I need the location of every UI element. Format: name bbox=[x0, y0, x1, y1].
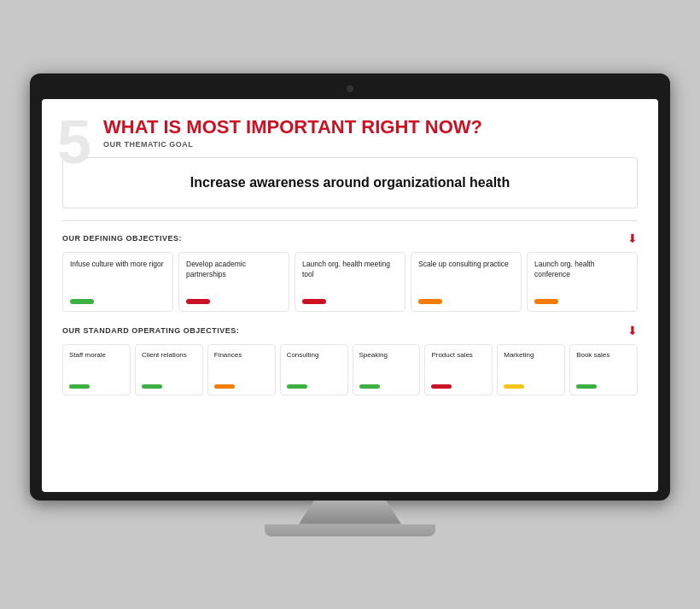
standard-cards-row: Staff morale Client relations Finances C… bbox=[62, 344, 638, 395]
card-indicator-small bbox=[359, 384, 380, 389]
standard-objectives-section: OUR STANDARD OPERATING OBJECTIVES: ⬇ Sta… bbox=[62, 324, 638, 395]
standard-objectives-header: OUR STANDARD OPERATING OBJECTIVES: ⬇ bbox=[62, 324, 638, 337]
defining-card: Launch org. health meeting tool bbox=[295, 252, 405, 312]
card-indicator bbox=[534, 299, 558, 304]
defining-objectives-title: OUR DEFINING OBJECTIVES: bbox=[62, 234, 182, 243]
card-indicator bbox=[302, 299, 326, 304]
standard-card: Book sales bbox=[569, 344, 638, 395]
monitor-camera bbox=[347, 85, 353, 92]
divider bbox=[62, 220, 638, 221]
slide-header: WHAT IS MOST IMPORTANT RIGHT NOW? OUR TH… bbox=[62, 116, 638, 149]
thematic-goal-box: Increase awareness around organizational… bbox=[62, 157, 638, 208]
slide-title: WHAT IS MOST IMPORTANT RIGHT NOW? bbox=[103, 116, 638, 138]
card-small-text: Marketing bbox=[504, 351, 558, 379]
card-indicator-small bbox=[287, 384, 307, 389]
card-small-text: Book sales bbox=[576, 351, 631, 379]
monitor-base bbox=[265, 524, 435, 536]
standard-card: Client relations bbox=[135, 344, 203, 395]
monitor-wrapper: 5 WHAT IS MOST IMPORTANT RIGHT NOW? OUR … bbox=[30, 73, 670, 536]
defining-card: Scale up consulting practice bbox=[411, 252, 522, 312]
defining-card: Develop academic partnerships bbox=[178, 252, 289, 312]
standard-objectives-title: OUR STANDARD OPERATING OBJECTIVES: bbox=[62, 326, 239, 335]
card-indicator bbox=[70, 299, 94, 304]
monitor-body: 5 WHAT IS MOST IMPORTANT RIGHT NOW? OUR … bbox=[30, 73, 670, 501]
thematic-goal-label: OUR THEMATIC GOAL bbox=[103, 140, 638, 149]
defining-objectives-header: OUR DEFINING OBJECTIVES: ⬇ bbox=[62, 231, 638, 245]
card-indicator-small bbox=[504, 384, 524, 389]
standard-card: Finances bbox=[207, 344, 276, 395]
card-indicator bbox=[418, 299, 442, 304]
card-indicator-small bbox=[214, 384, 235, 389]
card-small-text: Product sales bbox=[431, 351, 486, 379]
card-text: Launch org. health conference bbox=[534, 260, 630, 292]
defining-card: Launch org. health conference bbox=[527, 252, 638, 312]
download-icon-standard[interactable]: ⬇ bbox=[627, 324, 638, 337]
standard-card: Speaking bbox=[353, 344, 421, 395]
card-text: Infuse culture with more rigor bbox=[70, 260, 166, 292]
card-indicator-small bbox=[69, 384, 90, 389]
standard-card: Staff morale bbox=[62, 344, 131, 395]
download-icon-defining[interactable]: ⬇ bbox=[627, 231, 638, 245]
defining-cards-row: Infuse culture with more rigor Develop a… bbox=[62, 252, 638, 312]
card-small-text: Consulting bbox=[287, 351, 341, 379]
card-text: Develop academic partnerships bbox=[186, 260, 282, 292]
card-indicator-small bbox=[142, 384, 162, 389]
monitor-screen: 5 WHAT IS MOST IMPORTANT RIGHT NOW? OUR … bbox=[42, 99, 658, 492]
thematic-goal-text: Increase awareness around organizational… bbox=[80, 173, 620, 192]
defining-card: Infuse culture with more rigor bbox=[62, 252, 173, 312]
standard-card: Consulting bbox=[280, 344, 348, 395]
card-small-text: Staff morale bbox=[69, 351, 124, 379]
card-indicator-small bbox=[431, 384, 452, 389]
card-text: Scale up consulting practice bbox=[418, 260, 514, 292]
card-indicator-small bbox=[576, 384, 597, 389]
standard-card: Product sales bbox=[424, 344, 493, 395]
standard-card: Marketing bbox=[497, 344, 565, 395]
card-small-text: Speaking bbox=[359, 351, 414, 379]
card-small-text: Finances bbox=[214, 351, 269, 379]
monitor-stand bbox=[299, 501, 401, 524]
card-indicator bbox=[186, 299, 210, 304]
card-text: Launch org. health meeting tool bbox=[302, 260, 398, 292]
card-small-text: Client relations bbox=[142, 351, 196, 379]
defining-objectives-section: OUR DEFINING OBJECTIVES: ⬇ Infuse cultur… bbox=[62, 231, 638, 312]
